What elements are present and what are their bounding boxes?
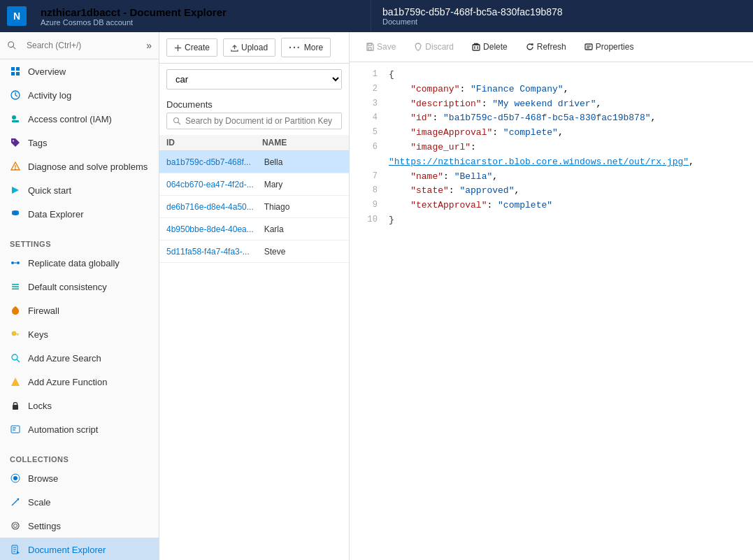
sidebar-item-firewall[interactable]: Firewall	[0, 299, 159, 322]
code-content-1: {	[389, 68, 747, 82]
code-content-5: "imageApproval": "complete",	[389, 126, 747, 141]
sidebar-item-data-explorer-label: Data Explorer	[28, 209, 83, 220]
sidebar-item-overview[interactable]: Overview	[0, 59, 159, 83]
sidebar-item-keys[interactable]: Keys	[0, 322, 159, 346]
discard-icon	[414, 43, 422, 51]
save-button[interactable]: Save	[358, 38, 403, 56]
documents-label: Documents	[159, 95, 349, 113]
sidebar-item-azure-search-label: Add Azure Search	[28, 353, 101, 364]
svg-point-0	[8, 42, 14, 48]
code-content-9: "textApproval": "complete"	[389, 199, 747, 213]
delete-button[interactable]: Delete	[464, 38, 515, 56]
save-icon	[366, 43, 374, 51]
code-line-5: 5 "imageApproval": "complete",	[350, 126, 753, 141]
sidebar-item-locks-label: Locks	[28, 401, 52, 411]
line-num-7: 7	[355, 170, 378, 183]
code-line-1: 1 {	[350, 68, 753, 82]
locks-icon	[10, 400, 21, 411]
line-num-3: 3	[355, 97, 378, 110]
line-num-2: 2	[355, 82, 378, 96]
doc-row[interactable]: 064cb670-ea47-4f2d-... Mary	[159, 173, 349, 196]
consistency-icon	[10, 281, 21, 292]
sidebar-item-default-consistency[interactable]: Default consistency	[0, 275, 159, 299]
doc-row[interactable]: 5d11fa58-f4a7-4fa3-... Steve	[159, 240, 349, 263]
properties-label: Properties	[596, 42, 634, 52]
upload-label: Upload	[241, 43, 268, 52]
replicate-icon	[10, 257, 21, 268]
svg-marker-12	[12, 187, 19, 194]
sidebar-item-replicate-label: Replicate data globally	[28, 258, 120, 268]
sidebar-item-scale-label: Scale	[28, 497, 51, 508]
collection-selector[interactable]: car	[166, 69, 342, 89]
svg-line-44	[178, 122, 181, 125]
svg-marker-40	[17, 551, 20, 554]
sidebar-item-browse[interactable]: Browse	[0, 466, 159, 490]
sidebar-item-activity-log[interactable]: Activity log	[0, 83, 159, 107]
sidebar-item-diagnose[interactable]: Diagnose and solve problems	[0, 155, 159, 178]
doc-row-id: ba1b759c-d5b7-468f...	[166, 157, 264, 167]
sidebar-item-document-explorer[interactable]: Document Explorer	[0, 538, 159, 560]
svg-rect-5	[16, 72, 20, 76]
code-content-4: "id": "ba1b759c-d5b7-468f-bc5a-830fac19b…	[389, 111, 747, 126]
svg-point-13	[12, 210, 19, 213]
discard-button[interactable]: Discard	[406, 38, 461, 56]
azure-search-icon	[10, 352, 21, 364]
svg-rect-50	[585, 44, 592, 50]
create-button[interactable]: Create	[166, 38, 217, 57]
more-button[interactable]: ··· More	[281, 38, 331, 57]
code-line-9: 9 "textApproval": "complete"	[350, 199, 753, 213]
doc-row[interactable]: de6b716e-d8e4-4a50... Thiago	[159, 196, 349, 218]
line-num-6: 6	[355, 141, 378, 154]
refresh-label: Refresh	[537, 42, 566, 52]
sidebar: » Overview Activity log Access control (…	[0, 32, 159, 560]
keys-icon	[10, 329, 21, 340]
sidebar-item-locks[interactable]: Locks	[0, 394, 159, 417]
upload-button[interactable]: Upload	[223, 38, 275, 57]
settings-icon	[10, 520, 21, 531]
doc-list-header: ID NAME	[159, 135, 349, 151]
sidebar-item-settings[interactable]: Settings	[0, 514, 159, 538]
svg-line-1	[13, 47, 16, 50]
upload-icon	[231, 44, 238, 52]
doc-search-icon	[173, 117, 181, 125]
svg-point-9	[13, 141, 14, 142]
code-content-10: }	[389, 213, 747, 228]
sidebar-search-input[interactable]	[21, 38, 142, 53]
collection-dropdown[interactable]: car	[166, 69, 342, 89]
doc-search-input[interactable]	[185, 116, 336, 126]
middle-panel: Create Upload ··· More car Documents ID …	[159, 32, 350, 560]
svg-rect-26	[13, 405, 18, 410]
doc-row-id: 4b950bbe-8de4-40ea...	[166, 224, 264, 234]
create-label: Create	[185, 43, 210, 52]
sidebar-item-azure-function[interactable]: Add Azure Function	[0, 370, 159, 394]
overview-icon	[10, 66, 21, 77]
sidebar-item-access-control[interactable]: Access control (IAM)	[0, 107, 159, 131]
right-toolbar: Save Discard Delete Refresh Properties	[350, 32, 753, 62]
doc-row-name: Mary	[264, 180, 342, 189]
svg-point-31	[13, 476, 17, 480]
svg-rect-2	[11, 67, 15, 71]
sidebar-collapse-btn[interactable]: »	[146, 40, 152, 51]
sidebar-item-quick-start[interactable]: Quick start	[0, 178, 159, 202]
line-num-9: 9	[355, 199, 378, 212]
sidebar-item-automation-script[interactable]: Automation script	[0, 417, 159, 441]
activity-icon	[10, 89, 21, 101]
doc-list: ba1b759c-d5b7-468f... Bella 064cb670-ea4…	[159, 151, 349, 560]
svg-rect-46	[368, 43, 372, 45]
properties-button[interactable]: Properties	[577, 38, 642, 56]
svg-point-20	[12, 331, 16, 336]
code-area: 1 { 2 "company": "Finance Company", 3 "d…	[350, 62, 753, 560]
doc-title: ba1b759c-d5b7-468f-bc5a-830fac19b878	[382, 6, 742, 17]
sidebar-item-tags[interactable]: Tags	[0, 131, 159, 155]
sidebar-item-azure-search[interactable]: Add Azure Search	[0, 346, 159, 370]
doc-row[interactable]: ba1b759c-d5b7-468f... Bella	[159, 151, 349, 173]
svg-point-34	[14, 524, 17, 528]
line-num-10: 10	[355, 213, 378, 227]
line-num-5: 5	[355, 126, 378, 139]
doc-row[interactable]: 4b950bbe-8de4-40ea... Karla	[159, 218, 349, 240]
sidebar-item-replicate[interactable]: Replicate data globally	[0, 251, 159, 275]
middle-toolbar: Create Upload ··· More	[159, 32, 349, 64]
sidebar-item-data-explorer[interactable]: Data Explorer	[0, 202, 159, 226]
sidebar-item-scale[interactable]: Scale	[0, 490, 159, 514]
refresh-button[interactable]: Refresh	[518, 38, 574, 56]
